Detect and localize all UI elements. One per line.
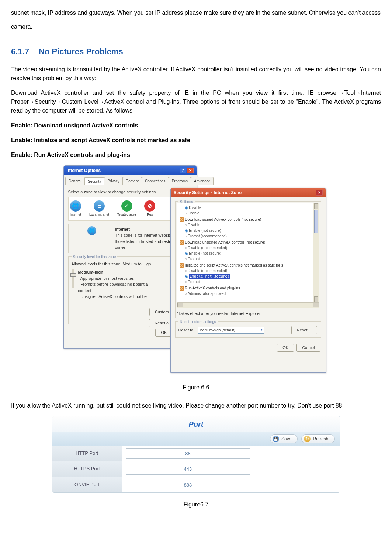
titlebar: Internet Options ? ✕ <box>64 166 197 175</box>
section-heading: 6.1.7 No Pictures Problems <box>11 45 381 58</box>
port-label: HTTP Port <box>52 446 122 461</box>
security-slider[interactable] <box>72 269 74 288</box>
cancel-button[interactable]: Cancel <box>296 344 320 352</box>
titlebar: Security Settings - Internet Zone ✕ <box>171 188 326 197</box>
radio-option[interactable]: Prompt <box>185 279 318 285</box>
list-heading: Initialize and script ActiveX controls n… <box>180 262 318 268</box>
security-settings-dialog: Security Settings - Internet Zone ✕ Sett… <box>170 188 326 373</box>
check-icon: ✓ <box>121 200 132 212</box>
level-desc: - Prompts before downloading potentia <box>78 281 148 288</box>
close-icon[interactable]: ✕ <box>316 190 323 196</box>
port-label: HTTPS Port <box>52 461 122 477</box>
http-port-input[interactable]: 88 <box>126 448 250 459</box>
intro-fragment: subnet mask, IP address and gateways. Wh… <box>11 6 381 34</box>
restart-note: *Takes effect after you restart Internet… <box>177 310 319 317</box>
tab-connections[interactable]: Connections <box>142 177 169 185</box>
list-heading: Run ActiveX controls and plug-ins <box>180 285 318 291</box>
settings-group: Settings Disable Enable Download signed … <box>175 201 321 319</box>
reset-to-select[interactable]: Medium-high (default) <box>198 327 264 334</box>
tab-advanced[interactable]: Advanced <box>191 177 214 185</box>
level-desc: content <box>78 288 148 294</box>
enable-line: Enable: Download unsigned ActiveX contro… <box>11 121 381 130</box>
tab-programs[interactable]: Programs <box>169 177 191 185</box>
radio-option[interactable]: Enable (not secure) <box>185 251 318 256</box>
radio-option[interactable]: Disable (recommended) <box>185 245 318 251</box>
ok-button[interactable]: OK <box>155 329 172 337</box>
radio-option[interactable]: Disable (recommended) <box>185 268 318 274</box>
zone-restricted[interactable]: ⊘ Res <box>144 200 155 217</box>
radio-option[interactable]: Enable (not secure) <box>185 228 318 233</box>
level-desc: - Unsigned ActiveX controls will not be <box>78 293 148 300</box>
close-icon[interactable]: ✕ <box>187 168 194 173</box>
radio-option[interactable]: Disable <box>185 222 318 228</box>
onvif-port-input[interactable]: 888 <box>126 480 250 491</box>
globe-icon: 🌐 <box>87 226 96 235</box>
port-label: ONVIF Port <box>52 477 122 493</box>
figure-6-7: Port 💾 Save ↻ Refresh HTTP Port 88 HTTPS… <box>11 416 381 493</box>
help-icon[interactable]: ? <box>180 168 186 173</box>
port-title: Port <box>52 416 340 432</box>
activex-icon <box>180 263 184 268</box>
ok-button[interactable]: OK <box>277 344 294 352</box>
tab-strip: General Security Privacy Content Connect… <box>64 175 197 185</box>
radio-option[interactable]: Prompt <box>185 256 318 262</box>
zone-internet[interactable]: 🌐 Internet <box>70 200 81 217</box>
activex-icon <box>180 217 184 222</box>
port-row: HTTP Port 88 <box>52 446 340 462</box>
reset-to-label: Reset to: <box>178 327 195 333</box>
figure-caption: Figure6.7 <box>11 500 381 509</box>
activex-icon <box>180 286 184 291</box>
port-panel: Port 💾 Save ↻ Refresh HTTP Port 88 HTTPS… <box>52 416 340 493</box>
reset-group: Reset custom settings Reset to: Medium-h… <box>175 321 321 338</box>
zone-local-intranet[interactable]: 🖥 Local intranet <box>89 200 109 217</box>
radio-option-selected[interactable]: ◉ Enable(not secure) <box>185 274 318 279</box>
port-row: HTTPS Port 443 <box>52 461 340 477</box>
scrollbar-horizontal[interactable] <box>177 303 319 308</box>
figure-caption: Figure 6.6 <box>11 383 381 392</box>
globe-icon: 🌐 <box>70 200 81 212</box>
section-title: No Pictures Problems <box>39 47 123 56</box>
paragraph: If you allow the ActiveX running, but st… <box>11 401 381 410</box>
radio-option[interactable]: Administrator approved <box>185 291 318 296</box>
tab-security[interactable]: Security <box>84 177 104 185</box>
list-heading: Download unsigned ActiveX controls (not … <box>180 240 318 245</box>
zone-trusted[interactable]: ✓ Trusted sites <box>117 200 136 217</box>
dialog-title: Internet Options <box>67 167 101 174</box>
enable-line: Enable: Run ActiveX controls and plug-in… <box>11 151 381 159</box>
tab-privacy[interactable]: Privacy <box>104 177 123 185</box>
tab-general[interactable]: General <box>65 177 85 185</box>
radio-option[interactable]: Prompt (recommended) <box>185 233 318 239</box>
figure-6-6: Internet Options ? ✕ General Security Pr… <box>11 165 381 376</box>
group-title: Security level for this zone <box>72 254 118 260</box>
group-title: Reset custom settings <box>178 319 218 324</box>
save-icon: 💾 <box>273 436 279 442</box>
enable-line: Enable: Initialize and script ActiveX co… <box>11 136 381 145</box>
https-port-input[interactable]: 443 <box>126 464 250 475</box>
level-desc: - Appropriate for most websites <box>78 275 148 282</box>
settings-list[interactable]: Disable Enable Download signed ActiveX c… <box>177 203 319 303</box>
reset-button[interactable]: Reset… <box>291 326 317 334</box>
radio-option[interactable]: Enable <box>185 210 318 216</box>
paragraph: The video streaming is transmitted by th… <box>11 65 381 83</box>
dialog-title: Security Settings - Internet Zone <box>174 189 242 196</box>
paragraph: Download ActiveX controller and set the … <box>11 89 381 115</box>
radio-option[interactable]: Disable <box>185 205 318 210</box>
refresh-button[interactable]: ↻ Refresh <box>301 434 334 443</box>
intranet-icon: 🖥 <box>94 200 105 212</box>
port-row: ONVIF Port 888 <box>52 477 340 493</box>
refresh-icon: ↻ <box>304 436 311 442</box>
list-heading: Download signed ActiveX controls (not se… <box>180 217 318 222</box>
section-number: 6.1.7 <box>11 47 29 56</box>
save-button[interactable]: 💾 Save <box>270 434 298 443</box>
activex-icon <box>180 240 184 245</box>
level-name: Medium-high <box>78 269 148 275</box>
tab-content[interactable]: Content <box>122 177 142 185</box>
restricted-icon: ⊘ <box>144 200 155 212</box>
port-toolbar: 💾 Save ↻ Refresh <box>52 432 340 446</box>
